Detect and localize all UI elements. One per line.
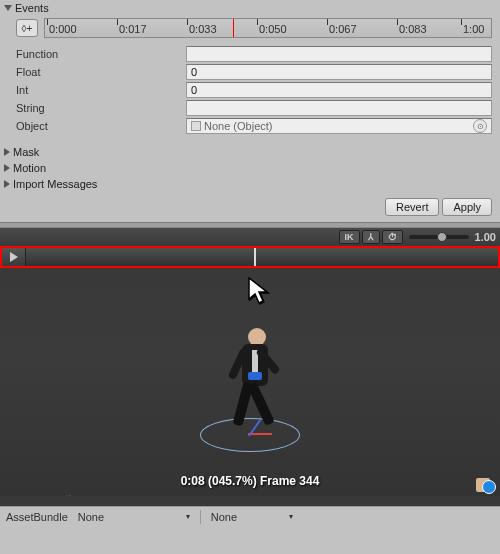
separator <box>200 510 201 524</box>
chevron-down-icon: ▾ <box>186 512 190 521</box>
function-field[interactable] <box>186 46 492 62</box>
slider-handle-icon[interactable] <box>437 232 447 242</box>
float-label: Float <box>16 66 186 78</box>
tick-label: 0:050 <box>259 23 287 35</box>
int-label: Int <box>16 84 186 96</box>
string-field[interactable] <box>186 100 492 116</box>
scrubber-playhead[interactable] <box>254 248 256 266</box>
character-mesh <box>230 328 290 458</box>
tick-label: 0:083 <box>399 23 427 35</box>
play-icon <box>10 252 18 262</box>
add-event-button[interactable]: ◊+ <box>16 19 38 37</box>
mask-title: Mask <box>13 146 39 158</box>
events-foldout-header[interactable]: Events <box>0 0 500 16</box>
event-timeline[interactable]: 0:000 0:017 0:033 0:050 0:067 0:083 1:00 <box>44 18 492 38</box>
preview-scrubber[interactable] <box>26 248 498 266</box>
preview-toolbar: IK ⅄ ⏱ 1.00 <box>0 228 500 246</box>
pivot-icon[interactable]: ⅄ <box>362 230 380 244</box>
assetbundle-variant-dropdown[interactable]: None ▾ <box>207 509 297 524</box>
assetbundle-variant-value: None <box>211 511 237 523</box>
assetbundle-name-value: None <box>78 511 104 523</box>
import-messages-title: Import Messages <box>13 178 97 190</box>
events-title: Events <box>15 2 49 14</box>
object-value: None (Object) <box>204 120 272 132</box>
animation-preview-viewport[interactable]: 0:08 (045.7%) Frame 344 <box>0 268 500 496</box>
tick-label: 1:00 <box>463 23 484 35</box>
preview-scrubber-row <box>0 246 500 268</box>
int-field[interactable] <box>186 82 492 98</box>
revert-button[interactable]: Revert <box>385 198 439 216</box>
float-field[interactable] <box>186 64 492 80</box>
help-icon[interactable] <box>482 480 496 494</box>
preview-speed-value: 1.00 <box>475 231 496 243</box>
speed-icon[interactable]: ⏱ <box>382 230 403 244</box>
assetbundle-label: AssetBundle <box>6 511 68 523</box>
play-button[interactable] <box>2 248 26 266</box>
object-thumb-icon <box>191 121 201 131</box>
mask-foldout-header[interactable]: Mask <box>0 144 500 160</box>
foldout-closed-icon <box>4 180 10 188</box>
asset-bundle-bar: AssetBundle None ▾ None ▾ <box>0 506 500 526</box>
frame-readout: 0:08 (045.7%) Frame 344 <box>181 474 320 488</box>
viewport-footer <box>0 496 500 506</box>
tick-label: 0:000 <box>49 23 77 35</box>
assetbundle-name-dropdown[interactable]: None ▾ <box>74 509 194 524</box>
ik-toggle[interactable]: IK <box>339 230 360 244</box>
motion-foldout-header[interactable]: Motion <box>0 160 500 176</box>
events-timeline-row: ◊+ 0:000 0:017 0:033 0:050 0:067 0:083 1… <box>0 16 500 42</box>
event-properties: Function Float Int String Object None (O… <box>0 42 500 144</box>
object-field[interactable]: None (Object) ⊙ <box>186 118 492 134</box>
foldout-closed-icon <box>4 148 10 156</box>
foldout-open-icon <box>4 5 12 11</box>
tick-label: 0:017 <box>119 23 147 35</box>
apply-revert-row: Revert Apply <box>0 192 500 222</box>
import-messages-foldout-header[interactable]: Import Messages <box>0 176 500 192</box>
object-picker-icon[interactable]: ⊙ <box>473 119 487 133</box>
chevron-down-icon: ▾ <box>289 512 293 521</box>
preview-speed-slider[interactable] <box>409 235 469 239</box>
tick-label: 0:067 <box>329 23 357 35</box>
motion-title: Motion <box>13 162 46 174</box>
object-label: Object <box>16 120 186 132</box>
foldout-closed-icon <box>4 164 10 172</box>
apply-button[interactable]: Apply <box>442 198 492 216</box>
function-label: Function <box>16 48 186 60</box>
tick-label: 0:033 <box>189 23 217 35</box>
event-marker[interactable] <box>233 19 234 38</box>
string-label: String <box>16 102 186 114</box>
inspector-panel: Events ◊+ 0:000 0:017 0:033 0:050 0:067 … <box>0 0 500 526</box>
